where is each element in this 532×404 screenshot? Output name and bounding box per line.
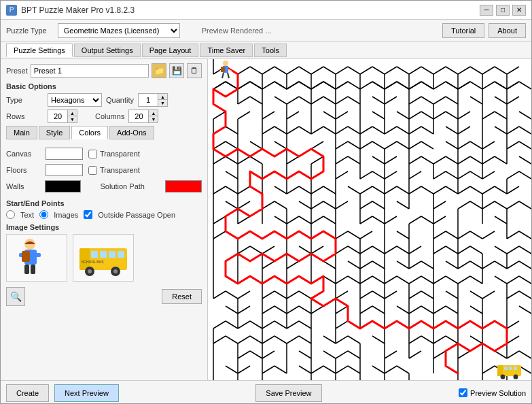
image-settings-title: Image Settings (6, 223, 202, 231)
outside-passage-checkbox[interactable] (84, 210, 92, 219)
columns-up[interactable]: ▲ (148, 110, 158, 116)
end-image-thumb[interactable]: SCHOOL BUS (73, 234, 134, 282)
quantity-spinner[interactable]: ▲ ▼ (138, 93, 168, 107)
images-radio-label: Images (54, 211, 78, 219)
tab-colors[interactable]: Colors (71, 126, 108, 139)
rows-spinner[interactable]: ▲ ▼ (48, 110, 77, 123)
canvas-label: Canvas (6, 150, 40, 158)
preset-input[interactable] (31, 64, 149, 78)
preview-solution-label: Preview Solution (470, 389, 526, 397)
preset-label: Preset (6, 67, 28, 75)
rows-input[interactable] (48, 110, 67, 122)
app-title: BPT Puzzle Maker Pro v1.8.2.3 (21, 5, 480, 15)
svg-rect-5 (31, 265, 35, 274)
rows-up[interactable]: ▲ (67, 110, 77, 116)
image-row: SCHOOL BUS (6, 234, 202, 282)
svg-point-675 (514, 375, 518, 380)
type-label: Type (6, 96, 43, 104)
svg-rect-8 (79, 248, 90, 270)
preset-folder-button[interactable]: 📁 (152, 63, 166, 78)
svg-rect-670 (497, 365, 503, 376)
solution-path-label: Solution Path (100, 182, 160, 190)
floors-transparent-label: Transparent (100, 166, 140, 174)
floors-color-row: Floors Transparent (6, 164, 202, 176)
about-button[interactable]: About (489, 23, 526, 38)
puzzle-type-label: Puzzle Type (6, 27, 47, 35)
svg-rect-18 (213, 59, 526, 380)
tab-page-layout[interactable]: Page Layout (142, 44, 199, 57)
quantity-input[interactable] (139, 94, 158, 106)
svg-rect-4 (24, 265, 29, 274)
preview-solution-checkbox[interactable] (459, 388, 467, 397)
text-radio-label: Text (20, 211, 34, 219)
start-end-section: Start/End Points Text Images Outside Pas… (6, 199, 202, 219)
svg-rect-6 (22, 251, 30, 262)
start-end-title: Start/End Points (6, 199, 202, 207)
create-button[interactable]: Create (6, 384, 49, 402)
svg-point-14 (88, 269, 92, 273)
type-select[interactable]: Hexagons (48, 93, 102, 107)
minimize-button[interactable]: ─ (480, 5, 493, 16)
tab-main[interactable]: Main (6, 126, 37, 139)
maximize-button[interactable]: □ (496, 5, 510, 16)
tab-style[interactable]: Style (39, 126, 70, 139)
floors-transparent-checkbox[interactable] (88, 166, 97, 175)
svg-rect-11 (109, 251, 116, 258)
window-controls: ─ □ ✕ (480, 5, 526, 16)
preset-save-button[interactable]: 💾 (169, 63, 184, 78)
svg-point-662 (223, 61, 228, 66)
walls-color-box[interactable] (45, 180, 82, 192)
tutorial-button[interactable]: Tutorial (442, 23, 484, 38)
colors-section: Canvas Transparent Floors Transparent Wa… (6, 145, 202, 199)
save-preview-button[interactable]: Save Preview (255, 384, 321, 402)
rows-label: Rows (6, 112, 43, 120)
svg-rect-3 (34, 253, 41, 257)
preview-solution-row: Preview Solution (459, 388, 526, 397)
floors-color-box[interactable] (46, 164, 83, 176)
basic-options-title: Basic Options (6, 82, 202, 90)
outside-passage-label: Outside Passage Open (98, 211, 175, 219)
search-button[interactable]: 🔍 (6, 287, 25, 306)
left-panel: Preset 📁 💾 🗒 Basic Options Type Hexagons… (1, 59, 208, 380)
tab-addons[interactable]: Add-Ons (109, 126, 154, 139)
canvas-transparent-checkbox[interactable] (88, 150, 97, 158)
quantity-label: Quantity (106, 96, 134, 104)
images-radio[interactable] (39, 210, 48, 219)
tab-tools[interactable]: Tools (254, 44, 287, 57)
inner-tabs: Main Style Colors Add-Ons (6, 126, 202, 139)
toolbar: Puzzle Settings Output Settings Page Lay… (1, 41, 531, 59)
svg-rect-673 (514, 367, 517, 370)
rows-down[interactable]: ▼ (67, 116, 77, 122)
quantity-down[interactable]: ▼ (158, 100, 167, 106)
columns-spinner[interactable]: ▲ ▼ (128, 110, 158, 123)
close-button[interactable]: ✕ (512, 5, 526, 16)
puzzle-type-select[interactable]: Geometric Mazes (Licensed) (58, 23, 180, 38)
svg-point-16 (113, 269, 118, 273)
text-radio[interactable] (6, 210, 15, 219)
rows-row: Rows ▲ ▼ Columns ▲ ▼ (6, 110, 202, 123)
quantity-up[interactable]: ▲ (158, 94, 167, 100)
preset-save-new-button[interactable]: 🗒 (187, 63, 202, 78)
svg-rect-672 (509, 367, 512, 370)
tab-output-settings[interactable]: Output Settings (74, 44, 141, 57)
svg-text:SCHOOL BUS: SCHOOL BUS (82, 260, 104, 264)
tab-time-saver[interactable]: Time Saver (200, 44, 253, 57)
title-bar: P BPT Puzzle Maker Pro v1.8.2.3 ─ □ ✕ (1, 1, 531, 20)
canvas-transparent-row: Transparent (88, 150, 140, 158)
solution-path-color-box[interactable] (165, 180, 202, 192)
columns-down[interactable]: ▼ (148, 116, 158, 122)
canvas-color-box[interactable] (46, 148, 83, 160)
next-preview-button[interactable]: Next Preview (54, 384, 119, 402)
columns-input[interactable] (129, 110, 148, 122)
floors-label: Floors (6, 166, 40, 174)
svg-rect-9 (91, 251, 98, 258)
canvas-color-row: Canvas Transparent (6, 148, 202, 160)
header-buttons: Tutorial About (442, 23, 526, 38)
walls-color-row: Walls Solution Path (6, 180, 202, 192)
walls-label: Walls (6, 182, 39, 190)
svg-point-674 (501, 375, 506, 380)
canvas-transparent-label: Transparent (100, 150, 140, 158)
start-image-thumb[interactable] (6, 234, 67, 282)
tab-puzzle-settings[interactable]: Puzzle Settings (6, 44, 73, 57)
reset-button[interactable]: Reset (162, 289, 202, 304)
